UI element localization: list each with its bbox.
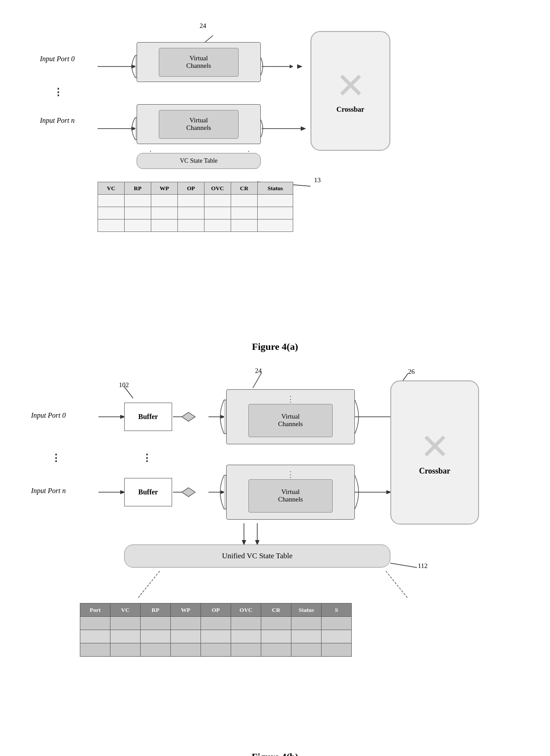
vc-inner-box-0-fig4b: Virtual Channels	[248, 404, 333, 437]
table-row	[80, 643, 352, 657]
col-rp: RP	[125, 182, 151, 195]
col-s: S	[322, 603, 352, 617]
vc-inner-box-0: Virtual Channels	[159, 48, 239, 77]
col-port: Port	[80, 603, 110, 617]
crossbar-label-fig4b: Crossbar	[419, 466, 451, 476]
table-row	[80, 630, 352, 643]
state-table-fig4a: VC RP WP OP OVC CR Status	[98, 182, 293, 232]
dots-fig4a: ⋮	[53, 86, 63, 98]
table-row	[80, 617, 352, 630]
vc-state-label: VC State Table	[180, 157, 217, 165]
dots-buffer-fig4b: ⋮	[142, 452, 152, 464]
vc-label-0-fig4b: Virtual Channels	[278, 413, 303, 428]
svg-marker-3	[297, 64, 302, 69]
col-cr: CR	[231, 182, 258, 195]
col-op: OP	[178, 182, 204, 195]
col-status-b: Status	[291, 603, 322, 617]
ref-102: 102	[119, 381, 129, 389]
col-rp-b: RP	[141, 603, 171, 617]
vc-dots-n: ⋮	[287, 470, 295, 479]
crossbar-x-icon: ✕	[336, 68, 365, 104]
crossbar-label-fig4a: Crossbar	[337, 106, 365, 114]
crossbar-x-icon-4b: ✕	[420, 429, 450, 465]
vc-outer-box-n: Virtual Channels	[137, 104, 261, 144]
vc-dots-0: ⋮	[287, 394, 295, 404]
ref-13: 13	[314, 176, 321, 184]
ref-24-fig4b: 24	[255, 367, 262, 375]
input-port-n-fig4b: Input Port n	[31, 487, 66, 495]
col-ovc: OVC	[204, 182, 231, 195]
vc-outer-box-0: Virtual Channels	[137, 42, 261, 82]
svg-line-28	[390, 563, 417, 568]
col-op-b: OP	[201, 603, 231, 617]
vc-inner-box-n: Virtual Channels	[159, 110, 239, 139]
col-ovc-b: OVC	[231, 603, 261, 617]
crossbar-fig4b: ✕ Crossbar	[390, 380, 479, 525]
svg-marker-30	[182, 488, 195, 497]
svg-line-11	[253, 372, 262, 388]
fig4b-title: Figure 4(b)	[27, 751, 523, 756]
vc-outer-box-0-fig4b: ⋮ Virtual Channels	[226, 389, 355, 444]
input-port-n-fig4a: Input Port n	[40, 117, 75, 125]
table-row	[98, 195, 293, 207]
buffer-label-n: Buffer	[138, 488, 158, 496]
col-cr-b: CR	[261, 603, 291, 617]
col-vc-b: VC	[110, 603, 141, 617]
input-port-0-fig4b: Input Port 0	[31, 411, 66, 419]
buffer-box-0: Buffer	[124, 403, 172, 431]
col-wp-b: WP	[171, 603, 201, 617]
svg-marker-6	[301, 126, 306, 131]
unified-vc-state-box: Unified VC State Table	[124, 544, 390, 568]
crossbar-fig4a: ✕ Crossbar	[310, 31, 390, 151]
state-table-fig4b: Port VC RP WP OP OVC CR Status S	[80, 603, 352, 657]
vc-outer-box-n-fig4b: ⋮ Virtual Channels	[226, 465, 355, 520]
ref-26: 26	[408, 368, 415, 376]
buffer-label-0: Buffer	[138, 413, 158, 421]
vc-label-n-fig4b: Virtual Channels	[278, 488, 303, 503]
svg-marker-29	[182, 412, 195, 421]
table-row	[98, 207, 293, 219]
unified-vc-label: Unified VC State Table	[222, 552, 292, 560]
svg-line-26	[138, 571, 160, 599]
vc-state-box: VC State Table	[137, 153, 261, 169]
ref-112: 112	[418, 562, 428, 570]
dots-ports-fig4b: ⋮	[51, 452, 61, 464]
vc-label-n: Virtual Channels	[186, 117, 211, 132]
vc-inner-box-n-fig4b: Virtual Channels	[248, 479, 333, 513]
col-status: Status	[258, 182, 293, 195]
col-wp: WP	[151, 182, 178, 195]
input-port-0-fig4a: Input Port 0	[40, 55, 75, 63]
fig4a-title: Figure 4(a)	[27, 341, 523, 353]
vc-label-0: Virtual Channels	[186, 55, 211, 70]
svg-line-27	[386, 571, 408, 599]
col-vc: VC	[98, 182, 125, 195]
table-row	[98, 219, 293, 232]
figure-4a: 24 Input Port 0 Virtual Channels ⋮ Input…	[27, 18, 523, 355]
figure-4b: 102 24 26 112 Input Port 0 Buffer ⋮ Virt…	[27, 364, 523, 756]
ref-24-fig4a: 24	[200, 22, 206, 30]
buffer-box-n: Buffer	[124, 478, 172, 506]
